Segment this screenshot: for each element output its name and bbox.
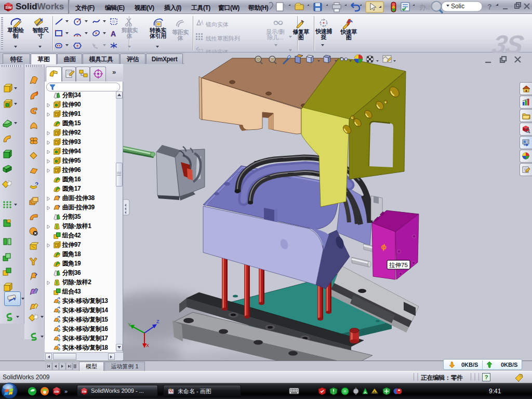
svg-text:Z: Z bbox=[156, 319, 159, 324]
svg-text:ϕ: ϕ bbox=[381, 242, 388, 251]
svg-text:SW: SW bbox=[54, 390, 59, 393]
svg-text:X: X bbox=[146, 343, 149, 348]
svg-text:SW: SW bbox=[5, 5, 12, 10]
svg-text:SW: SW bbox=[82, 390, 87, 393]
svg-text:»: » bbox=[64, 388, 68, 394]
svg-text:办..: 办.. bbox=[419, 3, 430, 11]
svg-text:Solic: Solic bbox=[451, 3, 464, 10]
svg-text:A: A bbox=[111, 30, 116, 37]
svg-text:?: ? bbox=[487, 3, 492, 11]
svg-text:!: ! bbox=[374, 390, 375, 394]
svg-text:Y: Y bbox=[128, 322, 131, 327]
svg-text:+: + bbox=[301, 19, 304, 24]
svg-text:拉伸75: 拉伸75 bbox=[389, 262, 408, 268]
